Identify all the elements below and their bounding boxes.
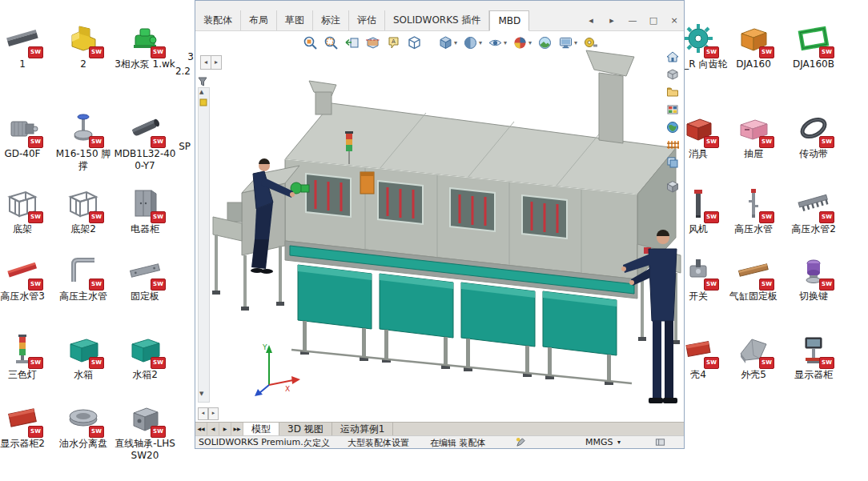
tab-标注[interactable]: 标注: [313, 10, 349, 30]
desktop-icon-底架2[interactable]: SW底架2: [52, 186, 115, 235]
window-controls: ◂▸—□×: [585, 10, 680, 30]
sheet-tab-3D 视图[interactable]: 3D 视图: [279, 423, 332, 435]
tab-评估[interactable]: 评估: [349, 10, 385, 30]
window-titlebar[interactable]: [195, 1, 684, 10]
units-dropdown-caret-icon[interactable]: ▾: [617, 439, 621, 446]
view-orientation-button[interactable]: ▾: [438, 35, 457, 50]
desktop-icon-抽屉[interactable]: SW抽屉: [722, 110, 785, 160]
headsup-view-toolbar: A▾▾▾▾▾: [303, 35, 598, 50]
tab-SOLIDWORKS 插件[interactable]: SOLIDWORKS 插件: [385, 10, 489, 30]
sheet-tab-运动算例1[interactable]: 运动算例1: [332, 423, 394, 435]
pane-expand-right-icon[interactable]: ▸: [211, 55, 222, 70]
desktop-icon-高压水管2[interactable]: SW高压水管2: [782, 186, 845, 235]
desktop-icon-高压水管3[interactable]: SW高压水管3: [0, 253, 54, 303]
tab-scroll-left-button[interactable]: ◂: [585, 15, 597, 26]
desktop-icon-2[interactable]: SW2: [52, 21, 115, 70]
desktop-icon-1[interactable]: SW1: [0, 21, 54, 70]
nav-last-button[interactable]: ▶▶: [231, 423, 243, 435]
selection-filter-icon[interactable]: [197, 76, 208, 87]
view-settings-button[interactable]: ▾: [558, 35, 577, 50]
status-units[interactable]: MMGS: [585, 437, 613, 447]
solidworks-badge: SW: [28, 279, 43, 291]
hide-show-items-button[interactable]: ▾: [488, 35, 507, 50]
tab-布局[interactable]: 布局: [241, 10, 277, 30]
3d-drawing-view-button[interactable]: [407, 35, 422, 50]
desktop-icon-高压水管[interactable]: SW高压水管: [722, 186, 785, 235]
desktop-icon-3相水泵 1.wk[interactable]: SW3相水泵 1.wk: [114, 21, 176, 70]
solidworks-badge: SW: [759, 357, 774, 369]
appearances-palette-icon[interactable]: [666, 103, 679, 116]
section-view-button[interactable]: [365, 35, 380, 50]
nav-prev-button[interactable]: ◀: [207, 423, 219, 435]
minimize-button[interactable]: —: [627, 15, 638, 26]
solidworks-badge: SW: [704, 279, 719, 291]
rebuild-alert-icon[interactable]: [516, 437, 527, 447]
desktop-icon-显示器柜[interactable]: SW显示器柜: [782, 331, 845, 381]
feature-tree-strip[interactable]: [198, 87, 210, 403]
solidworks-window: 装配体布局草图标注评估SOLIDWORKS 插件MBD ◂▸—□×: [195, 0, 685, 449]
restore-button[interactable]: □: [648, 15, 659, 26]
scene-globe-icon[interactable]: [666, 121, 679, 134]
solidworks-badge: SW: [819, 211, 834, 223]
desktop-icon-DJA160B[interactable]: SWDJA160B: [782, 21, 845, 70]
desktop-icon-传动带[interactable]: SW传动带: [782, 110, 845, 160]
view-cube-icon[interactable]: [666, 180, 679, 193]
favorites-tag-icon[interactable]: [199, 98, 207, 106]
home-icon[interactable]: [666, 50, 679, 63]
edit-appearance-button[interactable]: ▾: [512, 35, 532, 50]
apply-scene-button[interactable]: [537, 35, 553, 50]
tree-scroll-up-icon[interactable]: ▲: [199, 89, 203, 95]
tab-MBD[interactable]: MBD: [489, 10, 529, 31]
zoom-to-fit-button[interactable]: [303, 35, 318, 50]
desktop-icon-高压主水管[interactable]: SW高压主水管: [52, 253, 115, 303]
nozzle-row-icon: SW: [794, 186, 833, 221]
graphics-area[interactable]: Y X A▾▾▾▾▾ ◂▸▲▼◂▸: [195, 31, 684, 422]
folder-icon[interactable]: [666, 86, 679, 98]
desktop-icon-M16-150 脚撑[interactable]: SWM16-150 脚撑: [52, 110, 115, 172]
desktop-icon-气缸固定板[interactable]: SW气缸固定板: [722, 253, 785, 303]
partial-icon-label: 3: [168, 51, 194, 62]
desktop-icon-固定板[interactable]: SW固定板: [114, 253, 176, 303]
view-nav-left-icon[interactable]: ◂: [198, 407, 208, 420]
desktop-icon-label: 水箱: [52, 369, 115, 381]
desktop-icon-底架[interactable]: SW底架: [0, 186, 54, 235]
tab-装配体[interactable]: 装配体: [195, 10, 241, 30]
fence-icon[interactable]: [666, 138, 679, 151]
close-button[interactable]: ×: [669, 15, 680, 26]
desktop-icon-GD-40F[interactable]: SWGD-40F: [0, 110, 54, 160]
display-pane-icon[interactable]: [655, 437, 666, 447]
view-prism-icon[interactable]: [666, 68, 679, 81]
desktop-icon-水箱[interactable]: SW水箱: [52, 331, 115, 381]
display-style-button[interactable]: ▾: [463, 35, 482, 50]
previous-view-button[interactable]: [344, 35, 360, 50]
desktop-icon-切换键[interactable]: SW切换键: [782, 253, 845, 303]
tab-scroll-right-button[interactable]: ▸: [606, 15, 617, 26]
solidworks-badge: SW: [28, 211, 43, 223]
desktop-icon-三色灯[interactable]: SW三色灯: [0, 331, 54, 381]
orientation-triad: Y X: [255, 343, 300, 396]
thin-pipe-icon: SW: [734, 186, 773, 221]
desktop-icon-DJA160[interactable]: SWDJA160: [722, 21, 785, 70]
tape-measure-button[interactable]: [583, 35, 598, 50]
layers-icon[interactable]: [666, 156, 679, 169]
desktop-icon-显示器柜2[interactable]: SW显示器柜2: [0, 400, 54, 450]
solidworks-badge: SW: [819, 279, 834, 291]
gray-wedge-icon: SW: [734, 331, 773, 367]
assembly-3d-view[interactable]: Y X: [195, 31, 684, 422]
zoom-to-area-button[interactable]: [323, 35, 339, 50]
tab-草图[interactable]: 草图: [277, 10, 313, 30]
desktop-icon-电器柜[interactable]: SW电器柜: [114, 186, 176, 235]
annotation-views-button[interactable]: A: [386, 35, 401, 50]
desktop-icon-水箱2[interactable]: SW水箱2: [114, 331, 176, 381]
sheet-tab-模型[interactable]: 模型: [243, 423, 279, 435]
view-nav-right-icon[interactable]: ▸: [208, 407, 219, 420]
desktop-icon-直线轴承-LHSSW20[interactable]: SW直线轴承-LHSSW20: [114, 400, 176, 462]
desktop-icon-油水分离盘[interactable]: SW油水分离盘: [52, 400, 115, 450]
nav-next-button[interactable]: ▶: [219, 423, 231, 435]
red-panel-icon: SW: [3, 400, 42, 435]
desktop-icon-外壳5[interactable]: SW外壳5: [722, 331, 785, 381]
pane-expand-left-icon[interactable]: ◂: [200, 55, 211, 70]
teal-gear-icon: SW: [679, 21, 717, 56]
tree-scroll-down-icon[interactable]: ▼: [199, 391, 203, 397]
nav-first-button[interactable]: ◀◀: [195, 423, 207, 435]
